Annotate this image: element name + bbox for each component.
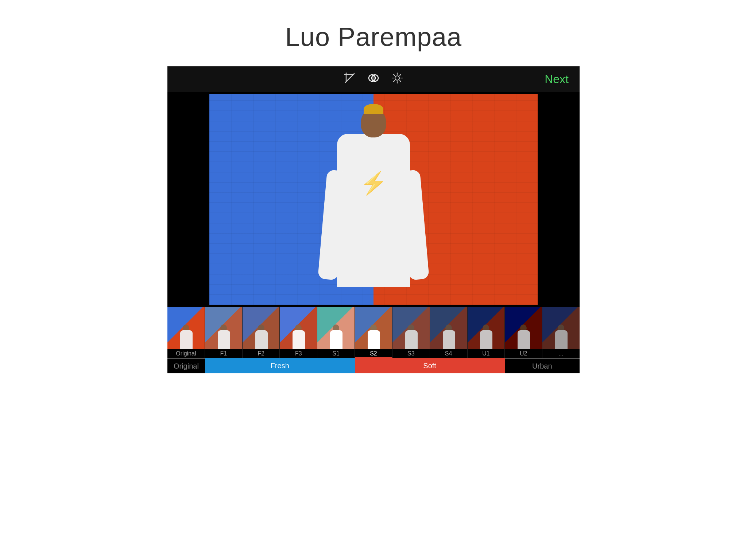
filter-thumb-f2	[243, 307, 280, 349]
svg-line-9	[394, 74, 395, 75]
filter-thumb-s3	[392, 307, 430, 349]
editor-container: Next	[167, 66, 580, 373]
filter-label-s3: S3	[392, 349, 430, 358]
thumb-person	[218, 322, 229, 349]
filter-label-u1: U1	[468, 349, 505, 358]
svg-line-10	[400, 81, 401, 82]
category-strip: Original Fresh Soft Urban	[167, 358, 580, 373]
thumb-body	[330, 330, 342, 349]
thumb-body	[518, 330, 530, 349]
thumb-body	[180, 330, 193, 349]
filter-item-u1[interactable]: U1	[468, 307, 505, 358]
filter-item-f1[interactable]: F1	[205, 307, 243, 358]
thumb-person	[330, 322, 342, 349]
thumb-body	[555, 330, 568, 349]
filter-label-original: Original	[167, 349, 205, 358]
next-button[interactable]: Next	[545, 73, 569, 86]
toolbar: Next	[167, 66, 580, 92]
filter-thumb-original	[167, 307, 205, 349]
filter-label-s1: S1	[317, 349, 355, 358]
photo-preview	[209, 94, 538, 305]
filter-thumb-s4	[430, 307, 467, 349]
filter-item-f2[interactable]: F2	[243, 307, 280, 358]
filter-item-s4[interactable]: S4	[430, 307, 468, 358]
editor-panel: Next	[167, 66, 580, 373]
thumb-body	[405, 330, 418, 349]
filter-label-more: ...	[542, 349, 580, 358]
thumb-person	[480, 322, 492, 349]
svg-line-12	[394, 81, 395, 82]
thumb-person	[368, 322, 379, 349]
thumb-person	[443, 322, 454, 349]
thumb-body	[218, 330, 230, 349]
filter-label-f2: F2	[243, 349, 280, 358]
thumb-person	[518, 322, 529, 349]
thumb-person	[405, 322, 417, 349]
filter-thumb-more	[542, 307, 580, 349]
brightness-icon[interactable]	[391, 72, 403, 86]
thumb-person	[180, 322, 192, 349]
filter-item-u2[interactable]: U2	[505, 307, 542, 358]
filter-label-s2: S2	[355, 349, 392, 358]
page-title: Luo Parempaa	[0, 0, 747, 66]
adjust-icon[interactable]	[367, 72, 380, 87]
filter-label-f1: F1	[205, 349, 242, 358]
filter-thumb-s2	[355, 307, 392, 349]
main-image-area	[167, 92, 580, 307]
filter-thumb-f1	[205, 307, 242, 349]
filter-label-f3: F3	[280, 349, 317, 358]
thumb-person	[555, 322, 567, 349]
filter-label-s4: S4	[430, 349, 467, 358]
filter-thumb-u1	[468, 307, 505, 349]
thumb-person	[255, 322, 267, 349]
filter-item-original[interactable]: Original	[167, 307, 205, 358]
toolbar-icons	[344, 72, 403, 87]
filter-item-f3[interactable]: F3	[280, 307, 317, 358]
category-original[interactable]: Original	[167, 358, 205, 373]
category-fresh[interactable]: Fresh	[205, 358, 355, 373]
thumb-person	[293, 322, 304, 349]
thumb-body	[293, 330, 305, 349]
thumb-body	[255, 330, 268, 349]
thumb-body	[368, 330, 380, 349]
thumb-body	[443, 330, 455, 349]
thumb-body	[480, 330, 492, 349]
person-head	[361, 108, 386, 137]
category-urban[interactable]: Urban	[505, 358, 580, 373]
filter-item-s1[interactable]: S1	[317, 307, 355, 358]
filter-label-u2: U2	[505, 349, 542, 358]
filter-thumb-f3	[280, 307, 317, 349]
svg-line-11	[400, 74, 401, 75]
person-silhouette	[326, 101, 421, 305]
category-soft[interactable]: Soft	[355, 358, 505, 373]
filter-strip: Original F1	[167, 307, 580, 358]
crop-icon[interactable]	[344, 72, 356, 86]
svg-point-4	[395, 76, 399, 80]
filter-item-s3[interactable]: S3	[392, 307, 430, 358]
person-body	[337, 134, 410, 287]
filter-thumb-s1	[317, 307, 355, 349]
filter-item-s2[interactable]: S2	[355, 307, 392, 358]
filter-item-more[interactable]: ...	[542, 307, 580, 358]
filter-thumb-u2	[505, 307, 542, 349]
